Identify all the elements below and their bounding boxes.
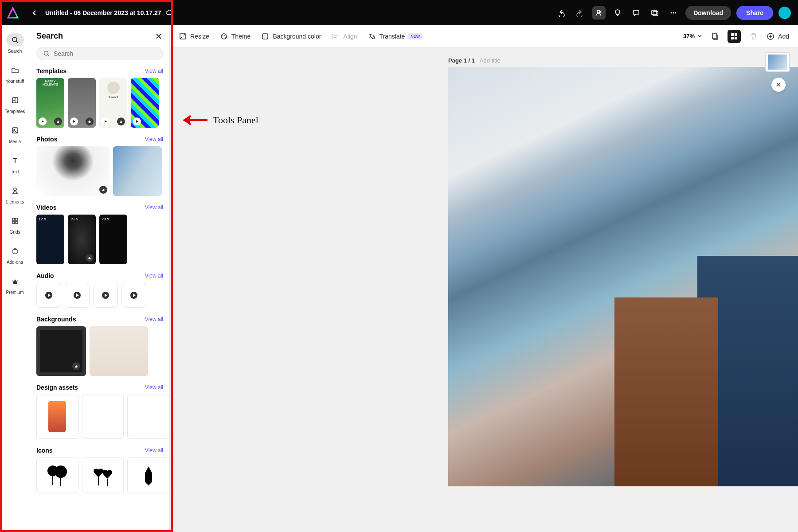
photo-thumbnail[interactable] [113,146,162,196]
videos-view-all[interactable]: View all [145,204,163,211]
close-preview-button[interactable] [771,78,786,92]
text-icon [11,156,19,164]
svg-point-9 [13,129,15,130]
comment-icon[interactable] [630,6,643,20]
align-icon [332,32,340,40]
play-icon [102,291,110,299]
background-thumbnail[interactable] [90,326,148,376]
back-button[interactable] [28,7,41,19]
premium-icon [117,117,125,125]
rail-grids[interactable]: Grids [0,210,30,240]
new-badge: NEW [408,33,422,39]
template-thumbnail[interactable]: 3 WAYS [99,78,127,128]
icons-view-all[interactable]: View all [145,447,163,454]
undo-button[interactable] [555,6,568,20]
section-videos-title: Videos [36,204,57,211]
palette-icon [220,32,228,40]
svg-point-5 [675,12,677,13]
rail-search[interactable]: Search [0,29,30,59]
template-thumbnail[interactable] [131,78,159,128]
svg-point-6 [12,37,17,42]
theme-button[interactable]: Theme [220,32,251,40]
grid-view-icon [730,32,738,40]
templates-view-all[interactable]: View all [145,68,163,74]
shapes-icon [11,187,19,195]
search-input[interactable] [54,50,156,57]
icon-thumbnail[interactable] [36,458,78,493]
design-assets-view-all[interactable]: View all [145,384,163,391]
svg-rect-13 [12,221,15,223]
grid-view-button[interactable] [728,30,741,43]
grid-icon [11,217,19,225]
pages-view-button[interactable] [708,30,721,43]
premium-icon [72,362,80,370]
share-button[interactable]: Share [736,6,773,20]
template-thumbnail[interactable] [68,78,96,128]
lightbulb-icon[interactable] [611,6,624,20]
design-asset-thumbnail[interactable] [82,395,124,439]
close-icon [776,82,781,87]
section-design-assets-title: Design assets [36,384,78,391]
canvas-image[interactable] [448,67,798,486]
invite-button[interactable] [592,6,606,20]
icon-thumbnail[interactable] [127,458,169,493]
backgrounds-view-all[interactable]: View all [145,316,163,322]
rail-media[interactable]: Media [0,119,30,149]
add-page-button[interactable]: Add [767,32,789,40]
section-photos-title: Photos [36,136,57,143]
video-thumbnail[interactable]: 12 s [36,215,64,264]
section-audio-title: Audio [36,272,54,279]
align-button: Align [332,32,357,40]
document-title[interactable]: Untitled - 06 December 2023 at 10.17.27 [45,9,161,16]
svg-rect-11 [12,218,15,220]
svg-point-0 [597,10,600,13]
svg-rect-12 [16,218,18,220]
page-indicator[interactable]: Page 1 / 1 - Add title [448,57,501,64]
video-thumbnail[interactable]: 19 s [68,215,96,264]
redo-button[interactable] [574,6,587,20]
design-asset-thumbnail[interactable] [127,395,169,439]
template-thumbnail[interactable]: HAPPY HOLIDAYS [36,78,64,128]
photo-thumbnail[interactable] [36,146,110,196]
translate-button[interactable]: TranslateNEW [368,32,422,40]
bgcolor-button[interactable]: Background color [261,32,321,40]
search-input-wrapper[interactable] [36,47,163,60]
audio-thumbnail[interactable] [36,283,61,308]
rail-addons[interactable]: Add-ons [0,240,30,270]
svg-rect-31 [735,33,737,36]
resize-button[interactable]: Resize [179,32,209,40]
delete-button[interactable] [747,30,760,43]
section-backgrounds-title: Backgrounds [36,316,76,323]
rail-premium[interactable]: Premium [0,270,30,300]
design-asset-thumbnail[interactable] [36,395,78,439]
background-thumbnail[interactable] [36,326,86,376]
svg-point-22 [55,466,67,478]
zoom-control[interactable]: 37% [683,33,702,39]
page-preview-thumbnail[interactable] [765,52,790,72]
play-icon [45,291,53,299]
audio-thumbnail[interactable] [121,283,146,308]
audio-thumbnail[interactable] [65,283,90,308]
rail-text[interactable]: Text [0,149,30,180]
more-icon[interactable] [667,6,680,20]
play-icon [102,117,110,125]
annotation-text: Tools Panel [213,114,258,126]
cloud-sync-icon[interactable] [165,9,173,17]
present-icon[interactable] [648,6,661,20]
video-thumbnail[interactable]: 20 s [99,215,127,264]
audio-view-all[interactable]: View all [145,273,163,279]
avatar[interactable] [778,7,791,19]
rail-elements[interactable]: Elements [0,180,30,210]
close-panel-button[interactable] [154,32,163,41]
svg-rect-29 [712,33,716,39]
download-button[interactable]: Download [685,6,731,20]
rail-your-stuff[interactable]: Your stuff [0,59,30,89]
icon-thumbnail[interactable] [82,458,124,493]
annotation: Tools Panel [182,114,258,126]
translate-icon [368,32,376,40]
app-logo[interactable] [7,7,19,19]
audio-thumbnail[interactable] [93,283,118,308]
rail-templates[interactable]: Templates [0,89,30,119]
canvas-area: Resize Theme Background color Align Tran… [170,25,798,532]
photos-view-all[interactable]: View all [145,136,163,142]
